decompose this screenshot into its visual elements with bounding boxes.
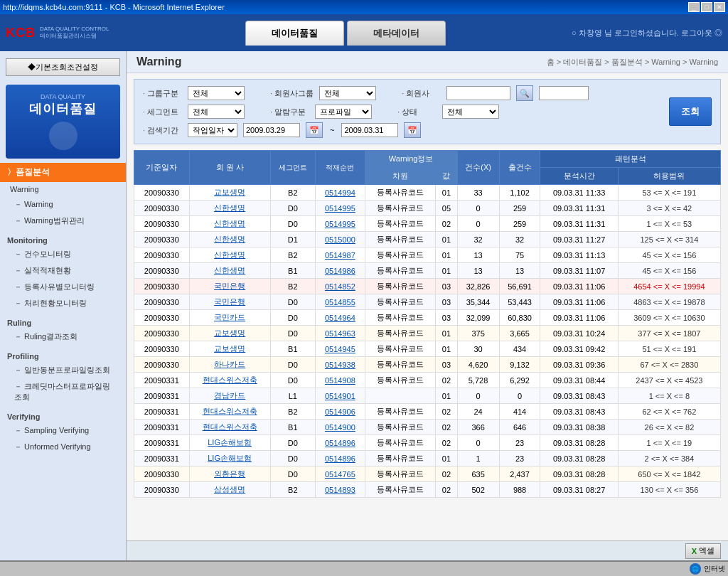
cell-date: 20090330 (134, 201, 190, 216)
table-row: 20090330 국민은행 D0 0514855 등록사유코드 03 35,34… (134, 294, 721, 310)
window-controls[interactable]: _ □ ✕ (688, 2, 725, 12)
filter-label-group: 그룹구분 (143, 88, 182, 99)
cell-seq[interactable]: 0514901 (316, 388, 365, 404)
tab-metadata[interactable]: 메타데이터 (347, 21, 446, 46)
sidebar-item-count-monitoring[interactable]: － 건수모니터링 (0, 246, 126, 262)
cell-seq[interactable]: 0514855 (316, 294, 365, 310)
sidebar-item-warning-range[interactable]: － Warning범위관리 (0, 213, 126, 229)
cell-company[interactable]: 삼성생명 (189, 482, 270, 498)
table-wrapper[interactable]: 기준일자 회 원 사 세그먼트 적재순번 Warning정보 건수(X) 출건수… (134, 150, 721, 540)
filter-segment-select[interactable]: 전체 (188, 105, 245, 119)
cell-seq[interactable]: 0514852 (316, 279, 365, 294)
sidebar-item-warning[interactable]: － Warning (0, 196, 126, 213)
sidebar-item-normal-profiling[interactable]: － 일반동분프로파일링조회 (0, 362, 126, 378)
cell-seq[interactable]: 0514938 (316, 357, 365, 373)
cell-company[interactable]: 교보생명 (189, 326, 270, 341)
cell-company[interactable]: 신한생명 (189, 201, 270, 216)
cell-company[interactable]: 신한생명 (189, 216, 270, 232)
cell-company[interactable]: 신한생명 (189, 263, 270, 279)
cell-date: 20090330 (134, 185, 190, 201)
cell-time: 09.03.31 11:06 (540, 310, 618, 326)
cell-company[interactable]: LIG손해보험 (189, 451, 270, 466)
close-btn[interactable]: ✕ (714, 2, 725, 12)
filter-group-select[interactable]: 전체 (188, 86, 245, 100)
excel-btn[interactable]: X 엑셀 (685, 543, 721, 559)
logo-area: KCB DATA QUALITY CONTROL 데이터품질관리시스템 (6, 26, 119, 41)
cell-company[interactable]: 국민카드 (189, 310, 270, 326)
filter-company-name-input[interactable] (539, 86, 589, 100)
cell-seq[interactable]: 0514893 (316, 482, 365, 498)
cell-company[interactable]: 교보생명 (189, 185, 270, 201)
cell-count: 32,826 (457, 279, 499, 294)
cell-dimension: 등록사유코드 (365, 216, 436, 232)
cell-company[interactable]: 현대스위스저축 (189, 420, 270, 435)
cell-company[interactable]: 현대스위스저축 (189, 404, 270, 420)
cell-range: 45 <= X <= 156 (618, 263, 720, 279)
filter-date-to[interactable] (341, 123, 398, 137)
cell-company[interactable]: 국민은행 (189, 294, 270, 310)
cell-seq[interactable]: 0514987 (316, 247, 365, 263)
maximize-btn[interactable]: □ (701, 2, 712, 12)
filter-company-input[interactable] (446, 86, 510, 100)
cell-seq[interactable]: 0514945 (316, 341, 365, 357)
cell-seq[interactable]: 0514995 (316, 216, 365, 232)
cell-seq[interactable]: 0514896 (316, 451, 365, 466)
filter-company-search-btn[interactable]: 🔍 (516, 85, 533, 101)
sidebar-item-actual-status[interactable]: － 실적적재현황 (0, 262, 126, 279)
top-right-info: ○ 차창영 님 로그인하셨습니다. 로그아웃 ◎ (572, 28, 722, 38)
bottom-bar: X 엑셀 (127, 540, 728, 560)
cell-time: 09.03.31 08:28 (540, 435, 618, 451)
basic-settings-btn[interactable]: ◆기본조회조건설정 (6, 58, 120, 76)
cell-company[interactable]: 신한생명 (189, 247, 270, 263)
cell-seq[interactable]: 0514994 (316, 185, 365, 201)
cell-seq[interactable]: 0514986 (316, 263, 365, 279)
cell-dimension: 등록사유코드 (365, 373, 436, 388)
cell-company[interactable]: 현대스위스저축 (189, 373, 270, 388)
filter-date-type-select[interactable]: 작업일자 (188, 123, 237, 137)
cell-seq[interactable]: 0514765 (316, 466, 365, 482)
th-warning-info: Warning정보 (365, 151, 457, 168)
cell-seq[interactable]: 0514900 (316, 420, 365, 435)
page-title: Warning (136, 55, 181, 68)
search-btn[interactable]: 조회 (669, 97, 712, 126)
cell-company[interactable]: 신한생명 (189, 232, 270, 247)
cell-company[interactable]: 교보생명 (189, 341, 270, 357)
cell-value: 02 (436, 420, 457, 435)
cell-seq[interactable]: 0514908 (316, 373, 365, 388)
cell-date: 20090330 (134, 294, 190, 310)
cell-seq[interactable]: 0514995 (316, 201, 365, 216)
sidebar-item-process-monitoring[interactable]: － 처리현황모니터링 (0, 295, 126, 311)
cell-company[interactable]: LIG손해보험 (189, 435, 270, 451)
sidebar-item-warning-main[interactable]: Warning (0, 182, 126, 196)
cell-company[interactable]: 외환은행 (189, 466, 270, 482)
cell-seq[interactable]: 0515000 (316, 232, 365, 247)
sidebar-item-ruling-result[interactable]: － Ruling결과조회 (0, 329, 126, 345)
sidebar-item-credit-profiling[interactable]: － 크레딧마스터프로파일링조회 (0, 378, 126, 405)
filter-date-from-cal[interactable]: 📅 (306, 122, 323, 138)
th-total: 출건수 (499, 151, 540, 185)
cell-date: 20090330 (134, 310, 190, 326)
cell-date: 20090330 (134, 247, 190, 263)
cell-seq[interactable]: 0514896 (316, 435, 365, 451)
cell-company[interactable]: 경남카드 (189, 388, 270, 404)
cell-dimension: 등록사유코드 (365, 310, 436, 326)
filter-alarm-select[interactable]: 프로파일 (315, 105, 372, 119)
minimize-btn[interactable]: _ (688, 2, 700, 12)
sidebar-item-unformed-verifying[interactable]: － Unformed Verifying (0, 439, 126, 455)
filter-date-to-cal[interactable]: 📅 (404, 122, 421, 138)
table-row: 20090330 신한생명 D1 0515000 등록사유코드 01 32 32… (134, 232, 721, 247)
cell-count: 366 (457, 420, 499, 435)
filter-member-group-select[interactable]: 전체 (319, 86, 376, 100)
cell-range: 377 <= X <= 1807 (618, 326, 720, 341)
sidebar-item-sampling-verifying[interactable]: － Sampling Verifying (0, 422, 126, 439)
cell-seq[interactable]: 0514964 (316, 310, 365, 326)
tab-data-quality[interactable]: 데이터품질 (245, 21, 344, 46)
cell-seq[interactable]: 0514906 (316, 404, 365, 420)
filter-status-select[interactable]: 전체 (442, 105, 499, 119)
cell-company[interactable]: 국민은행 (189, 279, 270, 294)
filter-date-from[interactable] (243, 123, 300, 137)
cell-seq[interactable]: 0514963 (316, 326, 365, 341)
sidebar-item-code-monitoring[interactable]: － 등록사유별모니터링 (0, 279, 126, 295)
cell-company[interactable]: 하나카드 (189, 357, 270, 373)
cell-value: 01 (436, 185, 457, 201)
